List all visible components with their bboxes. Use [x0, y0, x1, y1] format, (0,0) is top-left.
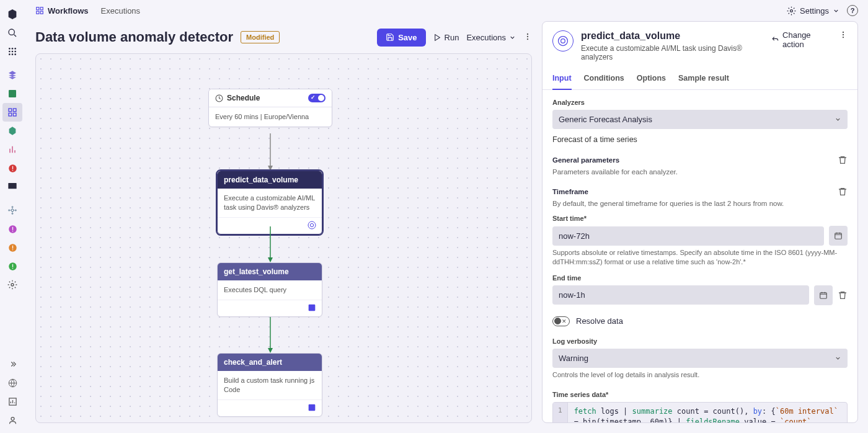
settings-link[interactable]: Settings [787, 6, 839, 16]
tab-input[interactable]: Input [552, 68, 572, 90]
svg-point-5 [12, 51, 14, 53]
tab-options[interactable]: Options [637, 68, 666, 89]
nav-workflow-icon[interactable] [2, 103, 22, 122]
action-panel: predict_data_volume Execute a customizab… [542, 21, 858, 423]
svg-marker-39 [268, 166, 273, 171]
globe-icon[interactable] [2, 373, 22, 392]
search-icon[interactable] [2, 24, 22, 42]
svg-point-7 [9, 53, 11, 55]
svg-rect-29 [37, 7, 39, 10]
node-schedule-body: Every 60 mins | Europe/Vienna [209, 107, 332, 127]
js-icon [307, 403, 317, 413]
svg-point-34 [527, 33, 528, 34]
general-title: General parameters [552, 156, 619, 164]
end-calendar-icon[interactable] [814, 285, 833, 305]
change-action-button[interactable]: Change action [771, 30, 830, 49]
svg-rect-10 [9, 90, 16, 97]
action-subtitle: Execute a customizable AI/ML task using … [581, 44, 764, 61]
nav-cube-icon[interactable] [2, 66, 22, 84]
start-time-input[interactable]: now-72h [552, 226, 824, 246]
chart-icon[interactable] [2, 392, 22, 411]
node-latest-body: Executes DQL query [218, 280, 322, 300]
svg-point-20 [9, 210, 10, 211]
executions-tab[interactable]: Executions [101, 6, 141, 16]
node-predict[interactable]: predict_data_volume Execute a customizab… [217, 171, 322, 234]
svg-rect-32 [37, 11, 39, 14]
nav-purple-alert-icon[interactable] [2, 220, 22, 238]
node-predict-title: predict_data_volume [224, 176, 298, 184]
nav-bars-icon[interactable] [2, 140, 22, 159]
end-time-input[interactable]: now-1h [552, 285, 809, 305]
code-gutter: 1 [553, 403, 568, 422]
svg-point-52 [843, 37, 844, 38]
svg-point-4 [9, 51, 11, 53]
general-sub: Parameters available for each analyzer. [552, 168, 848, 176]
save-button[interactable]: Save [377, 29, 425, 47]
start-hint: Supports absolute or relative timestamps… [552, 248, 848, 267]
workflow-canvas[interactable]: Schedule ✓ Every 60 mins | Europe/Vienna… [35, 53, 532, 423]
nav-gear-icon[interactable] [2, 275, 22, 294]
svg-point-28 [11, 417, 14, 420]
svg-point-48 [559, 37, 568, 46]
nav-monitor-icon[interactable] [2, 177, 22, 196]
tsd-code-input[interactable]: 1 fetch logs | summarize count = count()… [552, 402, 848, 422]
panel-tabs: Input Conditions Options Sample result [542, 68, 857, 90]
svg-marker-43 [268, 257, 273, 262]
log-verbosity-label: Log verbosity [552, 337, 848, 345]
logo-icon[interactable] [2, 5, 22, 24]
svg-point-21 [15, 210, 16, 211]
svg-rect-31 [40, 11, 43, 14]
node-schedule[interactable]: Schedule ✓ Every 60 mins | Europe/Vienna [208, 89, 332, 127]
workflows-tab[interactable]: Workflows [35, 6, 89, 16]
svg-rect-13 [13, 113, 16, 116]
nav-green-icon[interactable] [2, 84, 22, 103]
analyzers-label: Analyzers [552, 99, 848, 106]
nav-green-alert-icon[interactable] [2, 257, 22, 275]
schedule-toggle[interactable]: ✓ [308, 94, 326, 102]
user-icon[interactable] [2, 411, 22, 429]
nav-orange-alert-icon[interactable] [2, 238, 22, 257]
topbar: Workflows Executions Settings ? [25, 0, 868, 21]
svg-rect-16 [8, 183, 16, 189]
svg-point-51 [843, 34, 844, 35]
start-calendar-icon[interactable] [829, 226, 848, 246]
node-check[interactable]: check_and_alert Build a custom task runn… [217, 353, 322, 417]
node-check-title: check_and_alert [224, 358, 282, 367]
svg-point-18 [12, 207, 13, 208]
tab-conditions[interactable]: Conditions [584, 68, 624, 89]
svg-rect-14 [9, 113, 12, 116]
timeframe-title: Timeframe [552, 188, 588, 195]
node-schedule-title: Schedule [227, 94, 260, 102]
start-label: Start time* [552, 215, 848, 222]
svg-point-33 [790, 9, 793, 12]
action-title: predict_data_volume [581, 30, 764, 42]
nav-ai-icon[interactable] [2, 201, 22, 220]
svg-point-1 [9, 48, 11, 50]
expand-icon[interactable] [2, 355, 22, 373]
timeframe-sub: By default, the general timeframe for qu… [552, 200, 848, 207]
apps-icon[interactable] [2, 42, 22, 61]
run-button[interactable]: Run [433, 33, 459, 42]
tab-sample[interactable]: Sample result [678, 68, 729, 89]
end-delete-icon[interactable] [838, 290, 848, 300]
more-menu[interactable] [523, 32, 532, 43]
svg-rect-12 [13, 109, 16, 112]
tsd-label: Time series data* [552, 391, 848, 398]
left-sidebar [0, 0, 25, 433]
general-delete-icon[interactable] [838, 155, 848, 165]
svg-point-40 [308, 221, 316, 229]
analyzers-dropdown[interactable]: Generic Forecast Analysis [552, 110, 848, 129]
page-title: Data volume anomaly detector [35, 29, 233, 45]
svg-rect-44 [309, 305, 316, 311]
log-verbosity-dropdown[interactable]: Warning [552, 349, 848, 368]
node-check-body: Build a custom task running js Code [218, 371, 322, 400]
executions-dropdown[interactable]: Executions [466, 33, 516, 42]
timeframe-delete-icon[interactable] [838, 187, 848, 197]
nav-red-alert-icon[interactable] [2, 159, 22, 177]
node-latest[interactable]: get_latest_volume Executes DQL query [217, 262, 322, 317]
resolve-toggle[interactable]: ✕ [552, 316, 570, 326]
help-icon[interactable]: ? [847, 5, 858, 16]
nav-hex-icon[interactable] [2, 122, 22, 140]
svg-point-49 [561, 39, 565, 43]
panel-more-menu[interactable] [839, 30, 848, 41]
